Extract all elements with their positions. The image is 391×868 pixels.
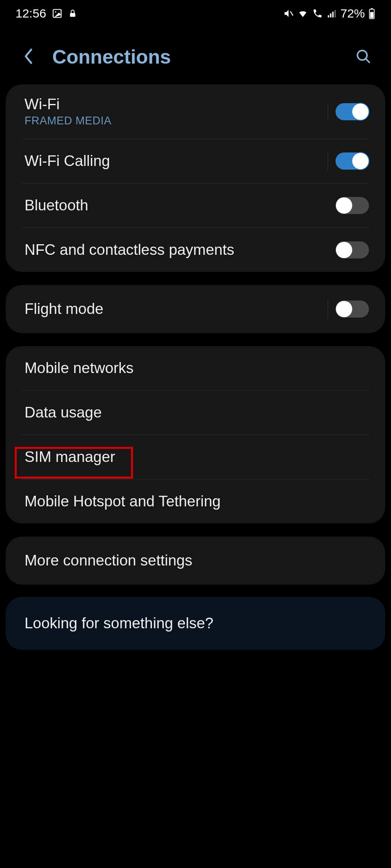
setting-title: Mobile Hotspot and Tethering — [24, 493, 221, 510]
status-left: 12:56 — [16, 7, 77, 20]
setting-nfc[interactable]: NFC and contactless payments — [6, 228, 385, 272]
page-title: Connections — [52, 46, 171, 68]
back-icon[interactable] — [23, 48, 33, 66]
mute-icon — [283, 8, 294, 19]
page-header: Connections — [0, 25, 391, 84]
svg-line-3 — [290, 11, 293, 16]
toggle-separator — [328, 151, 328, 171]
setting-bluetooth[interactable]: Bluetooth — [6, 183, 385, 227]
svg-rect-9 — [370, 12, 373, 18]
setting-hotspot-tethering[interactable]: Mobile Hotspot and Tethering — [6, 479, 385, 523]
settings-group-flight: Flight mode — [6, 285, 385, 333]
bluetooth-toggle[interactable] — [335, 197, 369, 214]
battery-icon — [368, 8, 375, 19]
lock-icon — [68, 8, 77, 19]
settings-group-mobile: Mobile networks Data usage SIM manager M… — [6, 346, 385, 523]
setting-title: Flight mode — [24, 300, 103, 318]
toggle-separator — [328, 102, 328, 121]
setting-title: SIM manager — [24, 448, 115, 466]
setting-mobile-networks[interactable]: Mobile networks — [6, 346, 385, 390]
svg-rect-6 — [332, 12, 333, 18]
svg-rect-10 — [371, 8, 373, 9]
wifi-calling-toggle[interactable] — [335, 152, 369, 170]
svg-rect-7 — [334, 10, 335, 17]
setting-title: More connection settings — [24, 552, 192, 569]
svg-point-1 — [55, 11, 56, 13]
wifi-calling-icon — [312, 8, 323, 19]
setting-sim-manager[interactable]: SIM manager — [6, 435, 385, 479]
footer-hint-card[interactable]: Looking for something else? — [6, 597, 385, 650]
setting-subtitle: FRAMED MEDIA — [24, 115, 111, 127]
signal-icon — [327, 8, 337, 19]
settings-group-more: More connection settings — [6, 537, 385, 585]
svg-rect-2 — [70, 13, 76, 17]
svg-rect-4 — [328, 15, 329, 17]
setting-flight-mode[interactable]: Flight mode — [6, 285, 385, 333]
setting-more-connection[interactable]: More connection settings — [6, 537, 385, 585]
setting-wifi-calling[interactable]: Wi-Fi Calling — [6, 139, 385, 183]
toggle-separator — [328, 299, 328, 319]
battery-percentage: 72% — [340, 7, 365, 20]
svg-line-12 — [366, 59, 369, 62]
status-bar: 12:56 72% — [0, 0, 391, 25]
footer-title: Looking for something else? — [24, 615, 213, 632]
flight-mode-toggle[interactable] — [335, 300, 369, 318]
setting-wifi[interactable]: Wi-Fi FRAMED MEDIA — [6, 84, 385, 139]
setting-data-usage[interactable]: Data usage — [6, 391, 385, 435]
setting-title: Mobile networks — [24, 360, 133, 377]
nfc-toggle[interactable] — [335, 241, 369, 258]
setting-title: Bluetooth — [24, 197, 88, 214]
setting-title: NFC and contactless payments — [24, 241, 234, 258]
setting-title: Wi-Fi Calling — [24, 152, 110, 170]
svg-rect-5 — [330, 13, 331, 18]
image-icon — [52, 8, 62, 19]
status-right: 72% — [283, 7, 375, 20]
setting-title: Data usage — [24, 404, 102, 421]
wifi-icon — [297, 8, 309, 19]
search-icon[interactable] — [355, 48, 371, 66]
wifi-toggle[interactable] — [335, 103, 369, 120]
status-time: 12:56 — [16, 7, 46, 20]
settings-group-connectivity: Wi-Fi FRAMED MEDIA Wi-Fi Calling Bluetoo… — [6, 84, 385, 272]
setting-title: Wi-Fi — [24, 96, 111, 113]
